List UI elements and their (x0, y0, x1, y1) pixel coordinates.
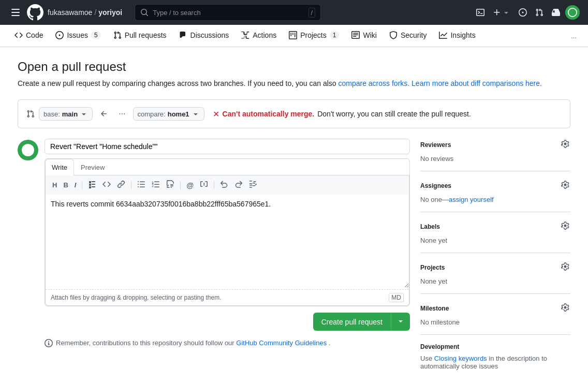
toolbar-code[interactable] (100, 179, 113, 192)
merge-status: ✕ Can't automatically merge. Don't worry… (213, 109, 471, 119)
projects-icon (289, 31, 297, 39)
tab-discussions[interactable]: Discussions (173, 25, 236, 47)
create-pr-dropdown-button[interactable] (391, 313, 410, 331)
toolbar-fullscreen[interactable] (246, 179, 260, 192)
assign-yourself-link[interactable]: assign yourself (449, 196, 494, 203)
tab-write[interactable]: Write (45, 159, 74, 175)
tab-preview[interactable]: Preview (74, 159, 111, 175)
plus-icon (493, 8, 501, 17)
labels-gear-button[interactable] (560, 220, 570, 232)
sidebar-assignees: Assignees No one—assign yourself (420, 171, 570, 212)
sidebar-milestone: Milestone No milestone (420, 293, 570, 334)
new-button[interactable] (490, 5, 513, 20)
tab-insights[interactable]: Insights (433, 25, 481, 47)
tab-actions[interactable]: Actions (235, 25, 283, 47)
toolbar-ref[interactable] (197, 179, 211, 192)
tab-actions-label: Actions (253, 31, 276, 39)
github-logo[interactable] (27, 4, 43, 21)
compare-forks-link[interactable]: compare across forks. (338, 79, 409, 87)
projects-gear-button[interactable] (560, 261, 570, 273)
development-desc: Use Closing keywords in the description … (420, 355, 570, 370)
compare-branch-selector[interactable]: compare: home1 (133, 107, 204, 121)
hamburger-button[interactable] (8, 6, 23, 19)
assignees-header: Assignees (420, 180, 570, 192)
toolbar-redo[interactable] (232, 179, 245, 192)
tab-wiki[interactable]: Wiki (345, 25, 383, 47)
chevron-down-base-icon (80, 110, 88, 118)
tab-code[interactable]: Code (8, 25, 49, 47)
learn-more-link[interactable]: Learn more about diff comparisons here. (411, 79, 542, 87)
toolbar-list[interactable] (85, 179, 99, 192)
tab-pullrequests[interactable]: Pull requests (107, 25, 173, 47)
toolbar-mention[interactable]: @ (184, 180, 196, 191)
pull-request-icon (535, 8, 543, 17)
dots-button[interactable]: ··· (115, 106, 128, 122)
avatar[interactable] (565, 5, 580, 20)
tab-pullrequests-label: Pull requests (125, 31, 167, 39)
reviewers-header: Reviewers (420, 139, 570, 151)
search-box[interactable]: Type / to search / (135, 4, 321, 21)
assignees-gear-button[interactable] (560, 180, 570, 192)
gear-icon-milestone (561, 303, 569, 312)
tab-security[interactable]: Security (383, 25, 433, 47)
tab-code-label: Code (26, 31, 43, 39)
pr-title-input[interactable] (45, 139, 410, 154)
tab-issues[interactable]: Issues 5 (49, 25, 107, 47)
terminal-button[interactable] (473, 5, 488, 20)
list-icon (88, 180, 96, 188)
toolbar-heading[interactable]: H (50, 180, 60, 190)
pr-body-textarea[interactable] (46, 195, 409, 288)
create-pull-request-button[interactable]: Create pull request (313, 313, 391, 331)
labels-header: Labels (420, 220, 570, 232)
terminal-icon (476, 8, 484, 17)
issues-nav-button[interactable] (516, 5, 530, 20)
toolbar-link[interactable] (114, 179, 128, 192)
development-header: Development (420, 343, 570, 350)
projects-sidebar-header: Projects (420, 261, 570, 273)
tab-projects[interactable]: Projects 1 (283, 25, 345, 47)
community-guidelines-link[interactable]: GitHub Community Guidelines (236, 339, 327, 347)
compare-label: compare: (138, 110, 166, 118)
toolbar-numbered[interactable] (149, 179, 163, 192)
wiki-icon (351, 31, 360, 39)
projects-sidebar-value: None yet (420, 277, 570, 285)
page-content: Open a pull request Create a new pull re… (9, 47, 579, 383)
base-branch-selector[interactable]: base: main (39, 107, 93, 121)
pullrequest-nav-button[interactable] (532, 5, 547, 20)
milestone-gear-button[interactable] (560, 302, 570, 314)
tab-discussions-label: Discussions (190, 31, 229, 39)
username[interactable]: fukasawamoe (48, 8, 92, 17)
inbox-icon (552, 8, 560, 17)
more-button[interactable]: ... (568, 29, 580, 43)
milestone-title: Milestone (420, 305, 449, 312)
inbox-button[interactable] (549, 5, 563, 20)
reviewers-gear-button[interactable] (560, 139, 570, 151)
insights-icon (439, 31, 447, 39)
page-description: Create a new pull request by comparing c… (18, 78, 570, 89)
chevron-down-icon (502, 8, 510, 17)
closing-keywords-link[interactable]: Closing keywords (434, 355, 487, 362)
ordered-list-icon (152, 180, 160, 188)
merge-status-text: Can't automatically merge. (223, 110, 315, 118)
toolbar-tasklist[interactable] (164, 179, 177, 192)
code-toolbar-icon (102, 180, 111, 188)
link-icon (117, 180, 125, 188)
branch-comparison-bar: base: main ··· compare: home1 ✕ Can't au… (18, 99, 570, 128)
reponame[interactable]: yoriyoi (98, 8, 122, 17)
search-icon (140, 8, 149, 17)
swap-branches-button[interactable] (97, 107, 111, 121)
avatar-icon (568, 8, 577, 17)
toolbar-italic[interactable]: I (72, 180, 79, 190)
reviewers-value: No reviews (420, 155, 570, 163)
menu-icon (11, 9, 20, 16)
textarea-wrap: Attach files by dragging & dropping, sel… (45, 195, 409, 306)
toolbar-bullets[interactable] (135, 179, 148, 192)
base-branch-name: main (62, 110, 78, 118)
toolbar-bold[interactable]: B (61, 180, 70, 190)
search-placeholder: Type / to search (153, 9, 201, 17)
code-icon (14, 31, 23, 39)
toolbar-undo[interactable] (217, 179, 231, 192)
tab-issues-label: Issues (67, 31, 87, 39)
pr-form-layout: Write Preview H B I (18, 139, 570, 378)
sidebar-labels: Labels None yet (420, 212, 570, 253)
